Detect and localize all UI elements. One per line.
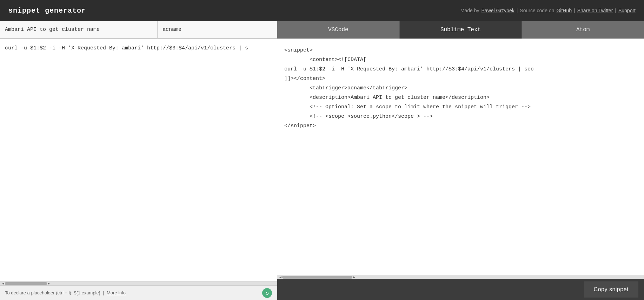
- app-title: snippet generator: [8, 7, 86, 15]
- made-by-text: Made by: [460, 8, 479, 13]
- left-inputs: [0, 21, 277, 39]
- source-text: Source code on: [520, 8, 554, 13]
- code-textarea[interactable]: [0, 39, 277, 281]
- hint-text: To declare a placeholder (ctrl + i): ${1…: [5, 290, 126, 295]
- left-panel: ◀ ▶ To declare a placeholder (ctrl + i):…: [0, 21, 277, 300]
- tab-atom[interactable]: Atom: [522, 21, 644, 39]
- separator-2: |: [574, 8, 575, 13]
- refresh-icon[interactable]: ↻: [262, 288, 272, 298]
- tab-vscode[interactable]: VSCode: [277, 21, 400, 39]
- separator-3: |: [615, 8, 616, 13]
- snippet-output: <snippet> <content><![CDATA[ curl -u $1:…: [277, 39, 644, 275]
- code-area-container: [0, 39, 277, 281]
- left-scrollbar[interactable]: ◀ ▶: [0, 281, 277, 285]
- description-input[interactable]: [0, 21, 158, 38]
- main-layout: ◀ ▶ To declare a placeholder (ctrl + i):…: [0, 21, 644, 300]
- right-panel: VSCode Sublime Text Atom <snippet> <cont…: [277, 21, 644, 300]
- refresh-symbol: ↻: [265, 289, 269, 296]
- left-scroll-thumb[interactable]: [5, 282, 47, 285]
- more-info-link[interactable]: More info: [107, 290, 126, 295]
- header-links: Made by Pawel Grzybek | Source code on G…: [460, 8, 636, 13]
- header: snippet generator Made by Pawel Grzybek …: [0, 0, 644, 21]
- right-scroll-arrow-right[interactable]: ▶: [352, 275, 356, 279]
- right-scroll-arrow-left[interactable]: ◀: [279, 275, 282, 279]
- right-scrollbar[interactable]: ◀ ▶: [277, 275, 644, 279]
- left-footer: To declare a placeholder (ctrl + i): ${1…: [0, 285, 277, 300]
- tabs-bar: VSCode Sublime Text Atom: [277, 21, 644, 39]
- hint-label: To declare a placeholder (ctrl + i): ${1…: [5, 290, 100, 295]
- right-scroll-thumb[interactable]: [282, 276, 352, 279]
- author-link[interactable]: Pawel Grzybek: [482, 8, 514, 13]
- left-scroll-arrow-left[interactable]: ◀: [1, 281, 5, 286]
- twitter-link[interactable]: Share on Twitter: [577, 8, 613, 13]
- right-footer: Copy snippet: [277, 279, 644, 300]
- copy-snippet-button[interactable]: Copy snippet: [584, 281, 638, 298]
- support-link[interactable]: Support: [618, 8, 636, 13]
- tab-sublime-text[interactable]: Sublime Text: [400, 21, 522, 39]
- left-scroll-arrow-right[interactable]: ▶: [47, 281, 51, 286]
- separator-1: |: [517, 8, 518, 13]
- github-link[interactable]: GitHub: [556, 8, 572, 13]
- tab-trigger-input[interactable]: [158, 21, 277, 38]
